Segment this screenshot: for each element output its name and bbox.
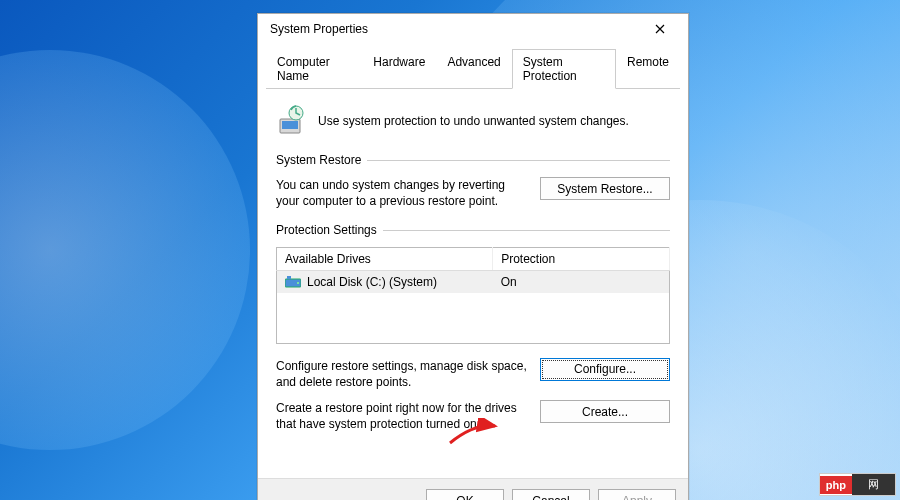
protection-settings-section: Protection Settings Available Drives Pro… — [276, 223, 670, 432]
system-restore-button[interactable]: System Restore... — [540, 177, 670, 200]
window-title: System Properties — [270, 22, 368, 36]
intro-text: Use system protection to undo unwanted s… — [318, 114, 629, 128]
divider — [367, 160, 670, 161]
cancel-button[interactable]: Cancel — [512, 489, 590, 500]
titlebar: System Properties — [258, 14, 688, 44]
tab-strip: Computer Name Hardware Advanced System P… — [266, 48, 680, 89]
column-header-protection[interactable]: Protection — [493, 248, 670, 271]
tab-content: Use system protection to undo unwanted s… — [258, 89, 688, 455]
svg-point-5 — [297, 282, 299, 284]
svg-rect-4 — [287, 276, 291, 279]
create-description: Create a restore point right now for the… — [276, 400, 528, 432]
intro-row: Use system protection to undo unwanted s… — [276, 105, 670, 137]
configure-button[interactable]: Configure... — [540, 358, 670, 381]
drives-table[interactable]: Available Drives Protection — [276, 247, 670, 344]
system-restore-description: You can undo system changes by reverting… — [276, 177, 528, 209]
drive-protection-status: On — [493, 271, 670, 294]
close-icon — [655, 24, 665, 34]
tab-computer-name[interactable]: Computer Name — [266, 49, 362, 89]
ok-button[interactable]: OK — [426, 489, 504, 500]
system-restore-legend: System Restore — [276, 153, 361, 167]
svg-rect-1 — [282, 121, 298, 129]
protection-settings-legend: Protection Settings — [276, 223, 377, 237]
configure-description: Configure restore settings, manage disk … — [276, 358, 528, 390]
tab-hardware[interactable]: Hardware — [362, 49, 436, 89]
system-protection-icon — [276, 105, 308, 137]
divider — [383, 230, 670, 231]
system-properties-dialog: System Properties Computer Name Hardware… — [257, 13, 689, 500]
tab-system-protection[interactable]: System Protection — [512, 49, 616, 89]
watermark: php 网 — [819, 473, 896, 496]
tab-advanced[interactable]: Advanced — [436, 49, 511, 89]
close-button[interactable] — [640, 15, 680, 43]
table-row[interactable]: Local Disk (C:) (System) On — [277, 271, 670, 294]
watermark-right: 网 — [852, 474, 895, 495]
dialog-footer: OK Cancel Apply — [258, 478, 688, 500]
column-header-drives[interactable]: Available Drives — [277, 248, 493, 271]
system-restore-section: System Restore You can undo system chang… — [276, 153, 670, 209]
drive-icon — [285, 276, 301, 288]
tab-remote[interactable]: Remote — [616, 49, 680, 89]
apply-button: Apply — [598, 489, 676, 500]
watermark-left: php — [820, 476, 852, 494]
drive-name: Local Disk (C:) (System) — [307, 275, 437, 289]
create-button[interactable]: Create... — [540, 400, 670, 423]
